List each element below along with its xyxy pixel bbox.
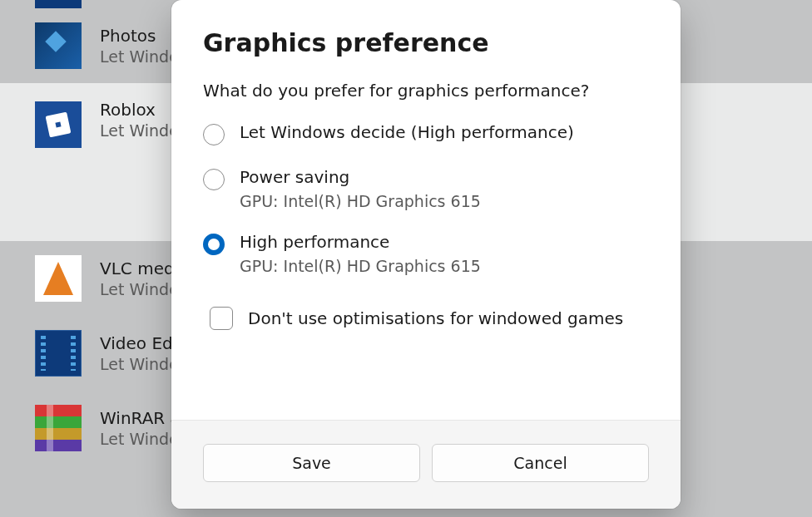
radio-option-high-performance[interactable]: High performance GPU: Intel(R) HD Graphi… <box>203 232 649 275</box>
app-name: WinRAR a <box>100 408 181 428</box>
checkbox-label: Don't use optimisations for windowed gam… <box>248 308 623 328</box>
radio-icon[interactable] <box>203 124 225 145</box>
app-sub: Let Windo <box>100 47 179 66</box>
checkbox-windowed-optimisations[interactable]: Don't use optimisations for windowed gam… <box>210 307 649 330</box>
dialog-footer: Save Cancel <box>171 420 681 509</box>
dialog-question: What do you prefer for graphics performa… <box>203 81 649 101</box>
roblox-icon <box>35 101 82 148</box>
app-name: Roblox <box>100 100 179 120</box>
radio-sublabel: GPU: Intel(R) HD Graphics 615 <box>240 192 481 210</box>
radio-icon[interactable] <box>203 169 225 190</box>
radio-label: Let Windows decide (High performance) <box>240 122 574 142</box>
radio-icon[interactable] <box>203 234 225 255</box>
radio-label: Power saving <box>240 167 481 187</box>
photos-icon <box>35 22 82 69</box>
cancel-button[interactable]: Cancel <box>432 444 649 482</box>
app-sub: Let Windo <box>100 121 179 140</box>
radio-group: Let Windows decide (High performance) Po… <box>203 122 649 275</box>
radio-option-power-saving[interactable]: Power saving GPU: Intel(R) HD Graphics 6… <box>203 167 649 210</box>
checkbox-icon[interactable] <box>210 307 233 330</box>
save-button[interactable]: Save <box>203 444 420 482</box>
app-name: Photos <box>100 26 179 46</box>
dialog-title: Graphics preference <box>203 28 649 57</box>
video-editor-icon <box>35 330 82 377</box>
radio-option-let-windows-decide[interactable]: Let Windows decide (High performance) <box>203 122 649 145</box>
radio-label: High performance <box>240 232 481 252</box>
graphics-preference-dialog: Graphics preference What do you prefer f… <box>171 0 681 509</box>
radio-sublabel: GPU: Intel(R) HD Graphics 615 <box>240 257 481 275</box>
app-sub: Let Windo <box>100 430 181 448</box>
app-icon <box>35 0 82 8</box>
winrar-icon <box>35 405 82 451</box>
vlc-icon <box>35 255 82 302</box>
